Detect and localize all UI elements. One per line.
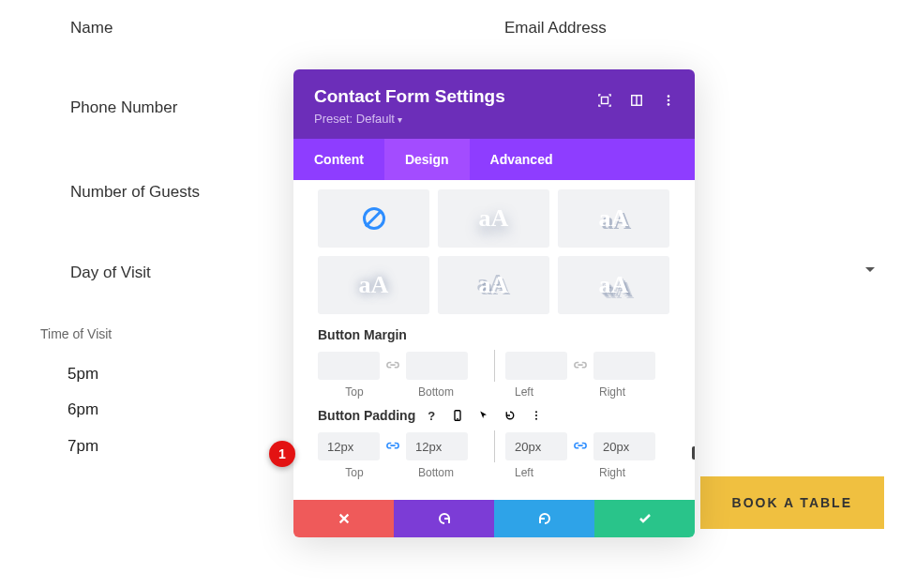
none-icon	[363, 207, 385, 230]
padding-bottom-input[interactable]	[406, 432, 468, 460]
scrollbar-thumb[interactable]	[692, 446, 695, 460]
button-padding-row: Button Padding ?	[318, 408, 670, 423]
cancel-button[interactable]	[293, 500, 394, 537]
margin-vertical-link-icon[interactable]	[383, 356, 402, 375]
hover-cursor-icon[interactable]	[477, 409, 490, 422]
modal-footer	[293, 500, 695, 537]
time-option-5pm[interactable]: 5pm	[68, 365, 98, 384]
margin-right-label: Right	[567, 385, 657, 399]
time-of-visit-label: Time of Visit	[40, 326, 112, 341]
padding-right-input[interactable]	[593, 432, 655, 460]
margin-right-input[interactable]	[593, 352, 655, 380]
phone-field-label[interactable]: Phone Number	[70, 98, 177, 117]
margin-inputs	[318, 352, 670, 380]
undo-button[interactable]	[394, 500, 494, 537]
preset-dropdown[interactable]: Preset: Default	[314, 112, 674, 126]
help-icon[interactable]: ?	[425, 409, 438, 422]
padding-top-label: Top	[318, 466, 391, 479]
tab-advanced[interactable]: Advanced	[470, 139, 574, 180]
svg-point-4	[668, 99, 670, 102]
email-field-label[interactable]: Email Address	[504, 19, 607, 38]
spacing-divider	[494, 350, 495, 382]
dropdown-arrow-icon[interactable]	[865, 267, 875, 272]
svg-rect-0	[602, 98, 608, 104]
reset-icon[interactable]	[503, 409, 517, 422]
margin-top-input[interactable]	[318, 352, 380, 380]
shadow-glow-tile[interactable]: aA	[318, 256, 429, 314]
menu-dots-icon[interactable]	[661, 93, 676, 108]
svg-point-9	[535, 415, 537, 416]
settings-modal: Contact Form Settings Preset: Default Co…	[293, 69, 695, 537]
spacing-divider	[494, 430, 495, 462]
redo-button[interactable]	[494, 500, 594, 537]
name-field-label[interactable]: Name	[70, 19, 113, 38]
shadow-none-tile[interactable]	[318, 189, 429, 248]
shadow-double-tile[interactable]: aA	[438, 256, 549, 314]
responsive-phone-icon[interactable]	[451, 409, 464, 422]
svg-point-10	[535, 418, 537, 420]
shadow-preview-text: aA	[479, 204, 509, 233]
shadow-preview-text: aA	[359, 271, 389, 299]
shadow-long-tile[interactable]: aA	[558, 256, 669, 314]
svg-point-3	[668, 95, 670, 98]
shadow-preview-text: aA	[479, 271, 509, 299]
button-padding-label: Button Padding	[318, 408, 415, 423]
modal-tabs: Content Design Advanced	[293, 139, 695, 180]
shadow-soft-tile[interactable]: aA	[438, 189, 549, 248]
text-shadow-options: aA aA aA aA aA	[318, 189, 670, 314]
margin-bottom-input[interactable]	[406, 352, 468, 380]
expand-icon[interactable]	[597, 93, 612, 108]
annotation-badge-1: 1	[269, 441, 295, 467]
padding-left-label: Left	[481, 466, 567, 479]
time-option-7pm[interactable]: 7pm	[68, 437, 98, 456]
time-option-6pm[interactable]: 6pm	[68, 400, 98, 419]
tab-content[interactable]: Content	[293, 139, 384, 180]
padding-top-input[interactable]	[318, 432, 380, 460]
padding-vertical-link-icon[interactable]	[383, 437, 402, 456]
margin-horizontal-link-icon[interactable]	[571, 356, 590, 375]
modal-header: Contact Form Settings Preset: Default	[293, 69, 695, 139]
day-field-label[interactable]: Day of Visit	[70, 264, 151, 282]
padding-inputs	[318, 432, 670, 460]
book-table-button[interactable]: BOOK A TABLE	[700, 476, 884, 529]
shadow-preview-text: aA	[599, 271, 629, 299]
modal-body: aA aA aA aA aA Button Margin Top Bottom	[293, 180, 695, 500]
svg-point-5	[668, 103, 670, 106]
margin-left-input[interactable]	[505, 352, 567, 380]
shadow-preview-text: aA	[599, 204, 629, 233]
svg-point-8	[535, 411, 537, 413]
padding-left-input[interactable]	[505, 432, 567, 460]
snap-icon[interactable]	[629, 93, 644, 108]
padding-bottom-label: Bottom	[391, 466, 481, 479]
guests-field-label[interactable]: Number of Guests	[70, 183, 200, 202]
margin-top-label: Top	[318, 385, 391, 399]
padding-horizontal-link-icon[interactable]	[571, 437, 590, 456]
tab-design[interactable]: Design	[384, 139, 470, 180]
margin-left-label: Left	[481, 385, 567, 399]
save-button[interactable]	[594, 500, 695, 537]
padding-right-label: Right	[567, 466, 657, 479]
shadow-hard-tile[interactable]: aA	[558, 189, 669, 248]
more-options-icon[interactable]	[530, 409, 543, 422]
button-margin-label: Button Margin	[318, 327, 670, 342]
margin-bottom-label: Bottom	[391, 385, 481, 399]
